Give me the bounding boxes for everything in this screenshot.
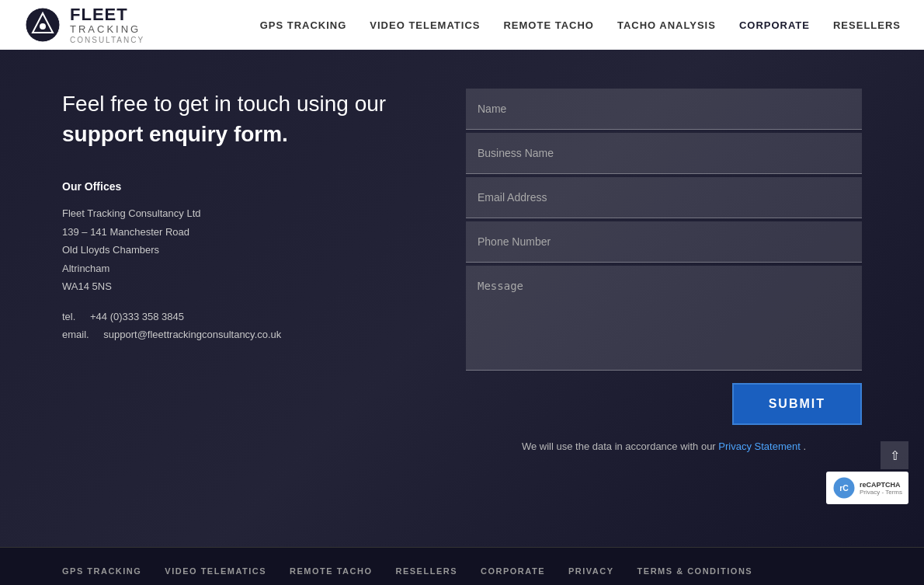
email-input[interactable] <box>466 177 862 218</box>
company-name: Fleet Tracking Consultancy Ltd <box>62 204 435 222</box>
footer-links: GPS TRACKING VIDEO TELEMATICS REMOTE TAC… <box>62 563 862 577</box>
tel-label: tel. <box>62 311 75 322</box>
email-line: email. support@fleettrackingconsultancy.… <box>62 329 435 340</box>
name-field-wrapper <box>466 89 862 130</box>
main-content: Feel free to get in touch using our supp… <box>0 50 924 547</box>
svg-point-2 <box>40 23 46 30</box>
submit-button[interactable]: SUBMIT <box>732 383 862 425</box>
phone-field-wrapper <box>466 221 862 263</box>
footer-item-remote[interactable]: REMOTE TACHO <box>290 563 372 577</box>
footer: GPS TRACKING VIDEO TELEMATICS REMOTE TAC… <box>0 547 924 585</box>
privacy-note: We will use the data in accordance with … <box>466 440 862 452</box>
business-input[interactable] <box>466 133 862 174</box>
nav-item-video[interactable]: VIDEO TELEMATICS <box>370 18 480 32</box>
footer-item-corporate[interactable]: CORPORATE <box>481 563 545 577</box>
nav-item-gps[interactable]: GPS TRACKING <box>260 18 347 32</box>
tel-line: tel. +44 (0)333 358 3845 <box>62 311 435 322</box>
recaptcha-badge: rC reCAPTCHA Privacy - Terms <box>826 472 908 504</box>
intro-text: Feel free to get in touch using our supp… <box>62 89 435 149</box>
logo-fleet: FLEET <box>70 5 144 24</box>
business-field-wrapper <box>466 133 862 174</box>
offices-title: Our Offices <box>62 180 435 193</box>
footer-item-video[interactable]: VIDEO TELEMATICS <box>165 563 266 577</box>
logo-icon <box>23 5 62 44</box>
address-line1: 139 – 141 Manchester Road <box>62 223 435 241</box>
email-label: email. <box>62 329 89 340</box>
footer-item-privacy[interactable]: Privacy <box>568 563 614 577</box>
footer-item-terms[interactable]: Terms & Conditions <box>637 563 753 577</box>
nav-item-remote[interactable]: REMOTE TACHO <box>503 18 593 32</box>
right-panel: SUBMIT We will use the data in accordanc… <box>435 81 862 452</box>
navbar: FLEET TRACKING CONSULTANCY GPS TRACKING … <box>0 0 924 50</box>
logo[interactable]: FLEET TRACKING CONSULTANCY <box>23 5 144 44</box>
logo-consultancy: CONSULTANCY <box>70 36 144 44</box>
nav-links: GPS TRACKING VIDEO TELEMATICS REMOTE TAC… <box>260 18 901 32</box>
message-field-wrapper <box>466 266 862 374</box>
recaptcha-icon: rC <box>832 476 856 500</box>
address-line3: Altrincham <box>62 259 435 277</box>
footer-item-gps[interactable]: GPS TRACKING <box>62 563 141 577</box>
email-field-wrapper <box>466 177 862 218</box>
svg-text:rC: rC <box>839 483 849 493</box>
address-line4: WA14 5NS <box>62 277 435 295</box>
left-panel: Feel free to get in touch using our supp… <box>62 81 435 346</box>
logo-text: FLEET TRACKING CONSULTANCY <box>70 5 144 44</box>
name-input[interactable] <box>466 89 862 130</box>
address-line2: Old Lloyds Chambers <box>62 241 435 259</box>
phone-input[interactable] <box>466 221 862 263</box>
address-block: Fleet Tracking Consultancy Ltd 139 – 141… <box>62 204 435 295</box>
back-to-top-button[interactable]: ⇧ <box>881 441 908 469</box>
privacy-statement-link[interactable]: Privacy Statement <box>718 440 801 452</box>
email-value[interactable]: support@fleettrackingconsultancy.co.uk <box>103 329 281 340</box>
nav-item-corporate[interactable]: CORPORATE <box>739 18 810 32</box>
logo-tracking: TRACKING <box>70 24 144 35</box>
privacy-text-before: We will use the data in accordance with … <box>522 440 716 452</box>
nav-item-tacho[interactable]: TACHO ANALYSIS <box>617 18 716 32</box>
tel-value: +44 (0)333 358 3845 <box>90 311 184 322</box>
footer-item-resellers[interactable]: RESELLERS <box>396 563 458 577</box>
privacy-text-after: . <box>803 440 806 452</box>
submit-row: SUBMIT <box>466 383 862 425</box>
nav-item-resellers[interactable]: RESELLERS <box>833 18 901 32</box>
message-input[interactable] <box>466 266 862 371</box>
